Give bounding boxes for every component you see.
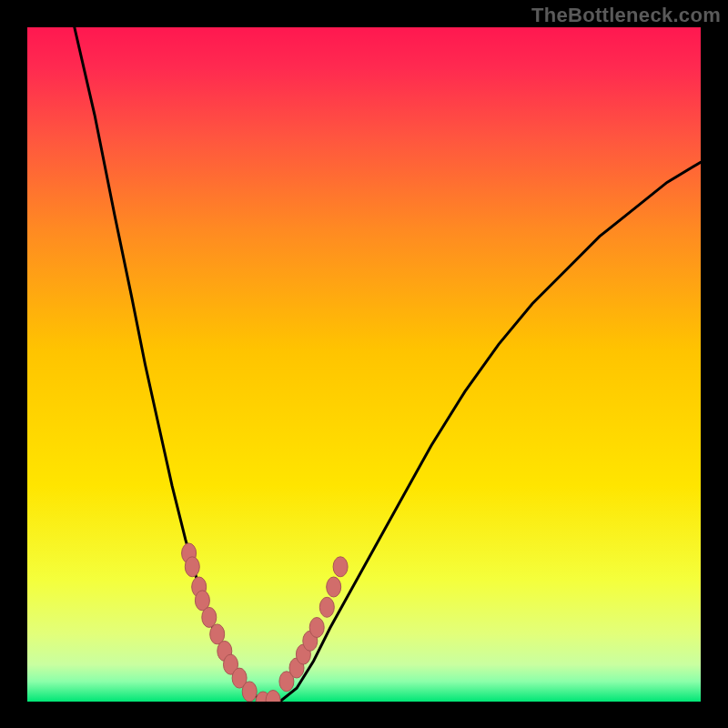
marker-point [185, 557, 199, 577]
marker-point [333, 557, 348, 577]
marker-point [309, 618, 324, 638]
plot-area [27, 27, 701, 702]
marker-point [327, 577, 341, 597]
marker-point [242, 682, 257, 702]
chart-svg [27, 27, 701, 702]
marker-point [202, 607, 217, 627]
gradient-background [27, 27, 701, 702]
marker-point [319, 597, 334, 617]
watermark-text: TheBottleneck.com [531, 4, 721, 27]
chart-stage: TheBottleneck.com [0, 0, 728, 728]
